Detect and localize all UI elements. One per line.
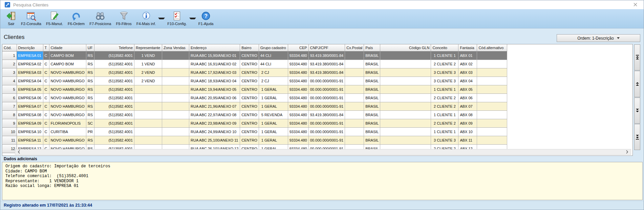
grid-cell[interactable]: [345, 85, 364, 94]
order-dropdown[interactable]: Ordem: 1-Descrição: [557, 34, 640, 42]
grid-cell[interactable]: [477, 94, 507, 102]
grid-cell[interactable]: 2 CLIENTE 2: [431, 94, 458, 102]
grid-cell[interactable]: (51)3582.4001: [94, 51, 134, 60]
row-number-cell[interactable]: 9: [2, 119, 17, 128]
column-header[interactable]: Bairro: [240, 44, 259, 51]
table-row[interactable]: 2EMPRESA 02CCAMPO BOMRS(51)3582.40011 VE…: [2, 60, 507, 68]
grid-cell[interactable]: C: [43, 68, 49, 77]
grid-cell[interactable]: C: [43, 77, 49, 85]
grid-cell[interactable]: [380, 111, 431, 119]
grid-cell[interactable]: NOVO HAMBURGO: [49, 94, 86, 102]
grid-cell[interactable]: C: [43, 51, 49, 60]
grid-cell[interactable]: ABX 11: [458, 136, 477, 145]
grid-cell[interactable]: RUA ABC 25,100/ANEXO 11: [189, 136, 240, 145]
row-number-cell[interactable]: 11: [2, 136, 17, 145]
grid-cell[interactable]: RS: [86, 77, 94, 85]
grid-cell[interactable]: 1 GERAL: [259, 102, 288, 111]
grid-cell[interactable]: BRASIL: [364, 60, 380, 68]
grid-cell[interactable]: 00.000.000/0001-91: [308, 94, 345, 102]
grid-cell[interactable]: CENTRO: [240, 60, 259, 68]
grid-cell[interactable]: C: [43, 94, 49, 102]
grid-cell[interactable]: CENTRO: [240, 111, 259, 119]
grid-cell[interactable]: [380, 68, 431, 77]
grid-cell[interactable]: C: [43, 85, 49, 94]
dropdown-arrow-icon[interactable]: [158, 18, 165, 19]
grid-cell[interactable]: BRASIL: [364, 51, 380, 60]
table-row[interactable]: 5EMPRESA 05CNOVO HAMBURGORS(51)3582.4001…: [2, 85, 507, 94]
grid-cell[interactable]: (51)3582.4001: [94, 60, 134, 68]
column-header[interactable]: Cx.Postal: [345, 44, 364, 51]
column-header[interactable]: País: [364, 44, 380, 51]
row-number-cell[interactable]: 3: [2, 68, 17, 77]
grid-cell[interactable]: BRASIL: [364, 128, 380, 136]
grid-cell[interactable]: RUA ABC 17,92/ANEXO 03: [189, 68, 240, 77]
dropdown-arrow-icon[interactable]: [189, 18, 196, 19]
grid-cell[interactable]: [162, 51, 189, 60]
toolbar-button-f5-manut[interactable]: F5-Manut.: [44, 10, 65, 26]
grid-cell[interactable]: CURITIBA: [49, 128, 86, 136]
grid-cell[interactable]: (51)3582.4001: [94, 119, 134, 128]
grid-cell[interactable]: [345, 51, 364, 60]
grid-cell[interactable]: EMPRESA 08: [17, 111, 43, 119]
grid-cell[interactable]: 93334.480: [288, 128, 308, 136]
grid-cell[interactable]: EMPRESA 06: [17, 94, 43, 102]
column-header[interactable]: Zona Vendas: [162, 44, 189, 51]
grid-cell[interactable]: 93334.480: [288, 68, 308, 77]
grid-cell[interactable]: [345, 60, 364, 68]
grid-cell[interactable]: C: [43, 128, 49, 136]
grid-cell[interactable]: [477, 119, 507, 128]
grid-cell[interactable]: [162, 136, 189, 145]
grid-cell[interactable]: 2 CLIENTE 2: [431, 102, 458, 111]
column-header[interactable]: Cód.: [2, 44, 17, 51]
grid-cell[interactable]: CAMPO BOM: [49, 60, 86, 68]
grid-cell[interactable]: [162, 60, 189, 68]
grid-cell[interactable]: EMPRESA 10: [17, 128, 43, 136]
table-row[interactable]: 3EMPRESA 03CNOVO HAMBURGORS(51)3582.4001…: [2, 68, 507, 77]
grid-cell[interactable]: [345, 94, 364, 102]
grid-cell[interactable]: [477, 111, 507, 119]
row-number-cell[interactable]: 5: [2, 85, 17, 94]
toolbar-button-f10-config[interactable]: F10-Config.: [165, 10, 189, 26]
grid-cell[interactable]: C: [43, 102, 49, 111]
close-button[interactable]: [630, 2, 640, 8]
grid-cell[interactable]: [380, 77, 431, 85]
grid-cell[interactable]: 1 CLIENTE 1: [431, 128, 458, 136]
grid-cell[interactable]: C: [43, 119, 49, 128]
grid-cell[interactable]: [477, 68, 507, 77]
grid-cell[interactable]: RUA ABC 15,90/ANEXO 01: [189, 51, 240, 60]
grid-cell[interactable]: EMPRESA 05: [17, 85, 43, 94]
grid-cell[interactable]: 93334.480: [288, 119, 308, 128]
grid-cell[interactable]: [380, 102, 431, 111]
toolbar-button-f7-posiciona[interactable]: F7-Posiciona: [87, 10, 113, 26]
prior-page-button[interactable]: [634, 71, 640, 97]
toolbar-button-f6-ordem[interactable]: F6-Ordem: [65, 10, 87, 26]
grid-cell[interactable]: 93.419.380/0001-84: [308, 51, 345, 60]
grid-cell[interactable]: 93334.480: [288, 111, 308, 119]
grid-cell[interactable]: RS: [86, 60, 94, 68]
next-page-button[interactable]: [634, 98, 640, 124]
grid-cell[interactable]: ABX 06: [458, 94, 477, 102]
grid-cell[interactable]: [477, 77, 507, 85]
grid-cell[interactable]: RS: [86, 102, 94, 111]
grid-cell[interactable]: 2 CJ: [259, 77, 288, 85]
grid-cell[interactable]: CENTRO: [240, 85, 259, 94]
grid-cell[interactable]: [477, 102, 507, 111]
grid-cell[interactable]: ABX 07: [458, 102, 477, 111]
grid-cell[interactable]: [345, 128, 364, 136]
grid-cell[interactable]: RUA ABC 23,98/ANEXO 09: [189, 119, 240, 128]
grid-cell[interactable]: 2 CLIENTE 2: [431, 60, 458, 68]
toolbar-button-f9-filtros[interactable]: F9-Filtros: [113, 10, 134, 26]
grid-cell[interactable]: 93334.480: [288, 51, 308, 60]
column-header[interactable]: Cidade: [49, 44, 86, 51]
grid-cell[interactable]: EMPRESA 02: [17, 60, 43, 68]
table-row[interactable]: 8EMPRESA 08CNOVO HAMBURGORS(51)3582.4001…: [2, 111, 507, 119]
grid-cell[interactable]: [345, 111, 364, 119]
grid-cell[interactable]: [162, 68, 189, 77]
grid-cell[interactable]: EMPRESA 01: [17, 51, 43, 60]
grid-cell[interactable]: BRASIL: [364, 77, 380, 85]
row-number-cell[interactable]: 6: [2, 94, 17, 102]
grid-cell[interactable]: [477, 51, 507, 60]
grid-cell[interactable]: (51)3582.4001: [94, 111, 134, 119]
grid-cell[interactable]: NOVO HAMBURGO: [49, 77, 86, 85]
grid-cell[interactable]: [345, 68, 364, 77]
